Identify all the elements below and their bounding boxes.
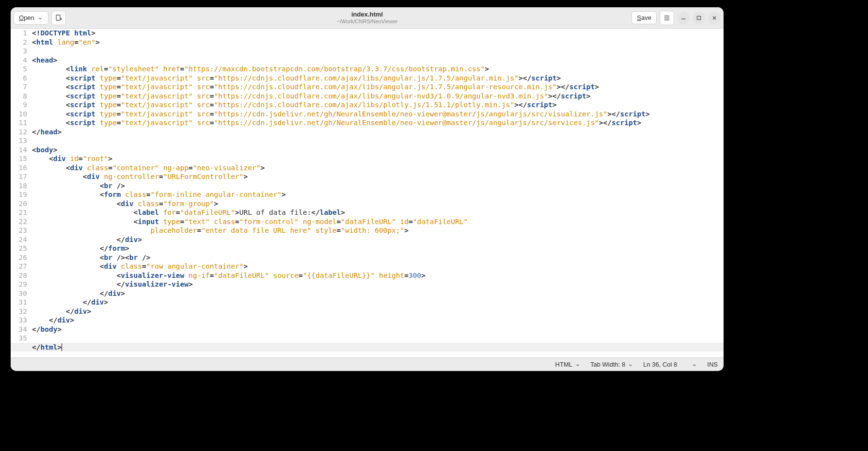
code-line[interactable]: <body> [32,145,724,155]
code-line[interactable]: <div ng-controller="URLFormController"> [32,172,724,181]
minimize-icon [681,16,686,20]
code-line[interactable]: <script type="text/javascript" src="http… [32,100,724,110]
code-line[interactable]: </div> [32,235,724,244]
code-line[interactable]: </div> [32,316,724,325]
chevron-down-icon [575,361,581,369]
code-line[interactable] [32,334,724,343]
line-number: 32 [11,307,27,316]
code-line[interactable]: <div class="container" ng-app="neo-visua… [32,163,724,173]
chevron-down-icon [628,361,633,369]
maximize-icon [696,16,701,20]
maximize-button[interactable] [693,12,705,24]
line-number: 35 [11,334,27,343]
line-number: 13 [11,136,27,145]
editor-area[interactable]: 1234567891011121314151617181920212223242… [11,29,724,357]
code-line[interactable]: <form class="form-inline angular-contain… [32,190,724,199]
document-title: index.html [337,11,398,18]
code-line[interactable]: </html> [11,343,724,352]
new-document-icon [55,14,63,22]
code-line[interactable]: <div class="form-group"> [32,199,724,209]
code-line[interactable]: </body> [32,325,724,334]
code-line[interactable]: <!DOCTYPE html> [32,29,724,38]
code-line[interactable]: <div class="row angular-container"> [32,262,724,271]
hamburger-icon [663,15,670,21]
svg-rect-1 [697,16,701,19]
line-number: 25 [11,244,27,253]
line-number: 33 [11,316,27,325]
code-line[interactable] [32,136,724,145]
line-number: 19 [11,190,27,199]
line-number: 20 [11,199,27,209]
code-line[interactable]: </div> [32,307,724,316]
title-area: index.html ~/Work/CNRS/NeoViewer [337,11,398,24]
tab-width-selector[interactable]: Tab Width: 8 [590,361,633,369]
line-number: 29 [11,280,27,289]
line-number: 2 [11,38,27,47]
line-number: 12 [11,128,27,137]
code-line[interactable]: <input type="text" class="form-control" … [32,217,724,226]
line-number: 9 [11,100,27,110]
code-line[interactable]: <label for="dataFileURL">URL of data fil… [32,208,724,217]
line-number: 26 [11,253,27,262]
code-line[interactable]: </form> [32,244,724,253]
line-number: 17 [11,172,27,181]
titlebar: Open index.html ~/Work/CNRS/NeoViewer Sa… [11,7,724,29]
code-content[interactable]: <!DOCTYPE html><html lang="en"><head> <l… [32,29,724,352]
line-number: 14 [11,145,27,155]
code-line[interactable]: </head> [32,128,724,137]
line-number: 5 [11,64,27,74]
editor-window: Open index.html ~/Work/CNRS/NeoViewer Sa… [11,7,724,371]
code-line[interactable]: <visualizer-view ng-if="dataFileURL" sou… [32,271,724,280]
code-line[interactable]: </div> [32,289,724,298]
line-number: 1 [11,29,27,38]
code-line[interactable]: <head> [32,56,724,65]
line-number: 3 [11,47,27,56]
line-number: 6 [11,74,27,83]
line-number: 23 [11,226,27,235]
code-line[interactable]: <script type="text/javascript" src="http… [32,74,724,83]
statusbar: HTML Tab Width: 8 Ln 36, Col 8 INS [11,357,724,371]
line-number: 24 [11,235,27,244]
line-number: 28 [11,271,27,280]
line-number: 8 [11,92,27,101]
code-line[interactable]: <br /><br /> [32,253,724,262]
code-line[interactable]: <script type="text/javascript" src="http… [32,92,724,101]
close-icon [712,16,717,20]
line-number: 34 [11,325,27,334]
new-tab-button[interactable] [51,11,66,25]
line-number: 27 [11,262,27,271]
minimize-button[interactable] [677,12,690,24]
code-line[interactable]: <br /> [32,181,724,191]
chevron-down-icon [37,14,43,22]
hamburger-menu-button[interactable] [660,11,674,25]
code-line[interactable]: <script type="text/javascript" src="http… [32,118,724,128]
code-line[interactable]: <script type="text/javascript" src="http… [32,110,724,119]
open-button[interactable]: Open [14,11,48,25]
code-line[interactable]: </div> [32,298,724,307]
code-line[interactable]: <link rel="stylesheet" href="https://max… [32,64,724,74]
line-number: 11 [11,118,27,128]
line-number: 22 [11,217,27,226]
code-line[interactable]: </visualizer-view> [32,280,724,289]
text-cursor [62,343,62,351]
close-button[interactable] [708,12,721,24]
code-line[interactable] [32,47,724,56]
code-line[interactable]: placeholder="enter data file URL here" s… [32,226,724,235]
line-number: 18 [11,181,27,191]
cursor-position[interactable]: Ln 36, Col 8 [643,361,697,369]
code-line[interactable]: <html lang="en"> [32,38,724,47]
line-number: 31 [11,298,27,307]
insert-mode[interactable]: INS [707,361,718,368]
language-selector[interactable]: HTML [555,361,581,369]
line-number: 21 [11,208,27,217]
code-line[interactable]: <script type="text/javascript" src="http… [32,82,724,92]
line-number: 30 [11,289,27,298]
line-number-gutter: 1234567891011121314151617181920212223242… [11,29,30,352]
line-number: 16 [11,163,27,173]
save-button[interactable]: Save [631,11,657,24]
svg-rect-0 [56,15,60,20]
document-path: ~/Work/CNRS/NeoViewer [337,18,398,24]
code-line[interactable]: <div id="root"> [32,154,724,163]
line-number: 7 [11,82,27,92]
chevron-down-icon [692,361,697,369]
